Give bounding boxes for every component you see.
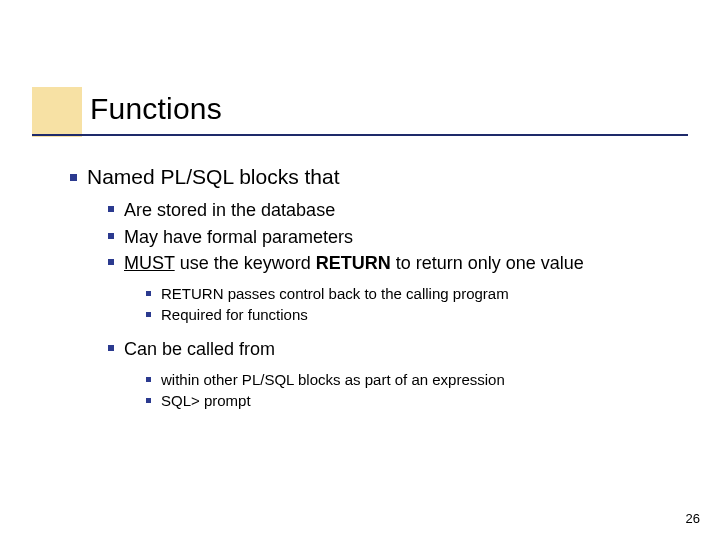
bullet-level1: Named PL/SQL blocks that <box>70 165 680 189</box>
square-bullet-icon <box>108 345 114 351</box>
bullet-level2: MUST use the keyword RETURN to return on… <box>108 252 680 275</box>
bullet-text: May have formal parameters <box>124 226 680 249</box>
square-bullet-icon <box>146 312 151 317</box>
bullet-level3: RETURN passes control back to the callin… <box>146 285 680 304</box>
bullet-text: RETURN passes control back to the callin… <box>161 285 680 304</box>
bullet-text: within other PL/SQL blocks as part of an… <box>161 371 680 390</box>
square-bullet-icon <box>70 174 77 181</box>
content-area: Named PL/SQL blocks that Are stored in t… <box>70 165 680 414</box>
bullet-text: Are stored in the database <box>124 199 680 222</box>
square-bullet-icon <box>146 291 151 296</box>
bullet-level2: Can be called from <box>108 338 680 361</box>
square-bullet-icon <box>108 233 114 239</box>
square-bullet-icon <box>108 259 114 265</box>
bullet-level3: within other PL/SQL blocks as part of an… <box>146 371 680 390</box>
square-bullet-icon <box>108 206 114 212</box>
bullet-text: Named PL/SQL blocks that <box>87 165 680 189</box>
square-bullet-icon <box>146 377 151 382</box>
bullet-text: MUST use the keyword RETURN to return on… <box>124 252 680 275</box>
bullet-level3: Required for functions <box>146 306 680 325</box>
page-number: 26 <box>686 511 700 526</box>
bullet-level3: SQL> prompt <box>146 392 680 411</box>
bullet-level2: Are stored in the database <box>108 199 680 222</box>
accent-square <box>32 87 82 137</box>
slide-title: Functions <box>90 92 222 126</box>
title-underline <box>32 134 688 136</box>
bullet-text: Can be called from <box>124 338 680 361</box>
square-bullet-icon <box>146 398 151 403</box>
bullet-level2: May have formal parameters <box>108 226 680 249</box>
bullet-text: SQL> prompt <box>161 392 680 411</box>
bullet-text: Required for functions <box>161 306 680 325</box>
